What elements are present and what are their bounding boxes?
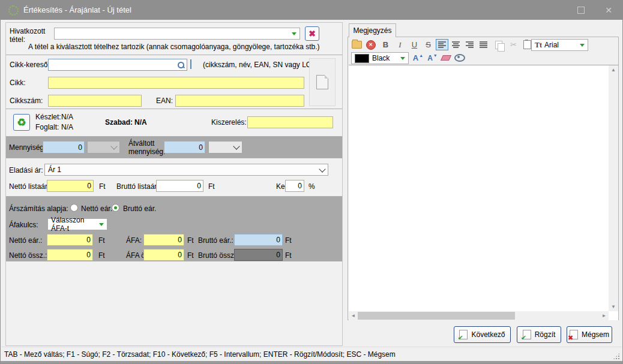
- font-family-combo[interactable]: Tt Arial: [531, 39, 588, 51]
- price-calc-section: Árszámítás alapja: Nettó eár. Bruttó eár…: [6, 197, 342, 261]
- scissors-icon: ✂: [510, 40, 517, 49]
- referenced-item-combo[interactable]: [54, 28, 300, 40]
- cancel-button[interactable]: ✖ Mégsem: [567, 326, 612, 343]
- save-button[interactable]: ✔ Rögzít: [517, 326, 561, 343]
- align-left-button[interactable]: [436, 39, 448, 50]
- vertical-scrollbar[interactable]: ▲ ▼: [609, 65, 618, 311]
- next-button[interactable]: ✔ Következő: [454, 326, 511, 343]
- close-icon: ✕: [605, 5, 612, 15]
- chevron-down-icon: [319, 166, 325, 172]
- search-icon[interactable]: [177, 61, 185, 69]
- netto-ear-input[interactable]: [47, 234, 93, 246]
- dialog-window: Értékesítés - Árajánlat - Új tétel ✕ Hiv…: [0, 0, 623, 364]
- brutto-ossz-input[interactable]: [234, 249, 283, 261]
- afa-input[interactable]: [143, 234, 184, 246]
- ft-unit: Ft: [99, 182, 106, 191]
- netto-ossz-input[interactable]: [47, 249, 93, 261]
- cut-button[interactable]: ✂: [507, 39, 520, 50]
- check-icon: ✔: [457, 335, 463, 341]
- referenced-item-label: Hivatkozott tétel:: [10, 27, 53, 44]
- scroll-right-arrow[interactable]: ►: [600, 311, 609, 320]
- brutto-ear-radio[interactable]: [112, 204, 119, 212]
- eladasi-ar-select[interactable]: Ár 1: [44, 164, 328, 176]
- status-bar: TAB - Mező váltás; F1 - Súgó; F2 - Törzs…: [1, 347, 622, 362]
- cross-icon: ✖: [568, 335, 573, 341]
- tab-label: Megjegyzés: [353, 26, 391, 35]
- eraser-button[interactable]: [439, 52, 452, 64]
- check-icon: ✔: [521, 335, 526, 341]
- scroll-up-arrow[interactable]: ▲: [609, 65, 618, 74]
- resize-grip[interactable]: [613, 353, 620, 360]
- szabad-label: Szabad:: [105, 118, 133, 127]
- decrease-font-button[interactable]: A▼: [426, 52, 439, 64]
- brutto-listaar-label: Bruttó listaár:: [116, 182, 159, 191]
- copy-icon: [495, 41, 502, 49]
- ean-input[interactable]: [175, 95, 304, 107]
- refresh-stock-button[interactable]: ♻: [13, 114, 30, 131]
- italic-button[interactable]: I: [394, 39, 406, 50]
- maximize-icon: [577, 7, 585, 14]
- page-check-icon: ✔: [523, 330, 531, 339]
- brutto-listaar-input[interactable]: [156, 180, 203, 192]
- netto-ear-label: Nettó eár.:: [9, 236, 42, 245]
- atvaltott-unit-select[interactable]: [208, 141, 242, 154]
- afakulcs-combo[interactable]: Válasszon ÁFA-t: [47, 218, 107, 230]
- close-button[interactable]: ✕: [595, 1, 622, 20]
- item-search-label: Cikk-kereső:: [10, 61, 50, 69]
- title-bar[interactable]: Értékesítés - Árajánlat - Új tétel ✕: [1, 1, 622, 20]
- increase-font-button[interactable]: A▲: [412, 52, 424, 64]
- netto-ear-radio-label[interactable]: Nettó eár.: [81, 204, 112, 213]
- item-document-button[interactable]: [309, 58, 336, 106]
- scroll-left-arrow[interactable]: ◄: [349, 311, 358, 320]
- underline-button[interactable]: U: [408, 39, 421, 50]
- keszlet-value: N/A: [61, 113, 73, 121]
- atvaltott-input[interactable]: [164, 141, 205, 154]
- chevron-down-icon: [99, 223, 104, 226]
- align-center-button[interactable]: [450, 39, 462, 50]
- brutto-ear-radio-label[interactable]: Bruttó eár.: [123, 204, 156, 213]
- up-arrow-icon: ▲: [419, 53, 423, 58]
- cikkszam-input[interactable]: [48, 95, 142, 107]
- copy-button[interactable]: [492, 39, 505, 50]
- cikk-input[interactable]: [48, 77, 304, 89]
- kiszereles-input[interactable]: [247, 116, 333, 128]
- scrollbar-thumb[interactable]: [358, 312, 515, 320]
- item-search-input[interactable]: [49, 60, 177, 70]
- left-arrow-icon: ◄: [351, 313, 356, 318]
- mennyiseg-unit-select[interactable]: [87, 141, 120, 154]
- up-arrow-icon: ▲: [611, 67, 616, 73]
- align-right-button[interactable]: [463, 39, 476, 50]
- align-center-icon: [452, 41, 460, 48]
- preview-button[interactable]: [453, 52, 466, 64]
- mennyiseg-input[interactable]: [43, 141, 85, 154]
- afa-ossz-input[interactable]: [143, 249, 184, 261]
- foglalt-value: N/A: [61, 123, 73, 131]
- maximize-button[interactable]: [567, 1, 595, 20]
- justify-button[interactable]: [477, 39, 490, 50]
- strikethrough-icon: S: [426, 40, 431, 49]
- scroll-down-arrow[interactable]: ▼: [609, 302, 618, 311]
- bold-button[interactable]: B: [379, 39, 392, 50]
- mennyiseg-label: Mennyiség:: [9, 143, 46, 152]
- window-icon: [190, 59, 191, 69]
- page-cross-icon: ✖: [570, 330, 578, 339]
- tab-megjegyzes[interactable]: Megjegyzés: [349, 23, 396, 37]
- font-color-combo[interactable]: Black: [351, 52, 409, 64]
- item-browse-button[interactable]: [190, 60, 191, 68]
- horizontal-scrollbar[interactable]: ◄ ►: [349, 311, 609, 320]
- clear-referenced-item-button[interactable]: ✖: [305, 26, 319, 41]
- kedv-input[interactable]: [285, 180, 304, 192]
- window-title: Értékesítés - Árajánlat - Új tétel: [23, 5, 131, 14]
- brutto-ear-input[interactable]: [234, 234, 283, 246]
- insert-object-button[interactable]: [351, 39, 363, 50]
- chevron-down-icon: [580, 44, 585, 47]
- chevron-down-icon: [233, 143, 239, 149]
- note-editor[interactable]: [349, 65, 618, 320]
- cikkszam-label: Cikkszám:: [10, 97, 43, 105]
- netto-listaar-input[interactable]: [47, 180, 94, 192]
- netto-ear-radio[interactable]: [70, 204, 78, 212]
- delete-note-button[interactable]: ✕: [364, 39, 377, 50]
- netto-ossz-label: Nettó össz.:: [9, 251, 47, 260]
- strikethrough-button[interactable]: S: [422, 39, 435, 50]
- referenced-item-section: Hivatkozott tétel: ✖ A tétel a kiválaszt…: [6, 23, 342, 55]
